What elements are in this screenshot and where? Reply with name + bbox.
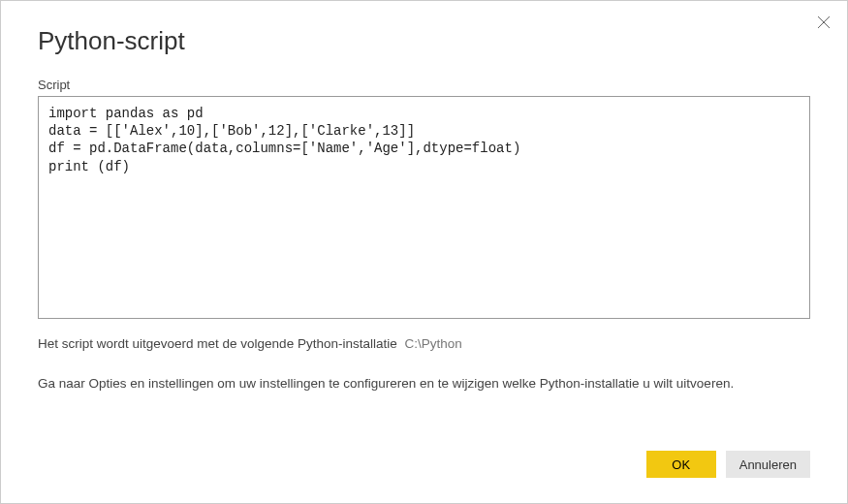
close-button[interactable] [814, 13, 833, 32]
close-icon [817, 16, 831, 29]
install-path: C:\Python [404, 336, 461, 351]
install-note: Het script wordt uitgevoerd met de volge… [38, 336, 810, 351]
options-note: Ga naar Opties en instellingen om uw ins… [38, 376, 810, 391]
cancel-button[interactable]: Annuleren [726, 451, 810, 478]
script-label: Script [38, 78, 810, 92]
install-note-text: Het script wordt uitgevoerd met de volge… [38, 336, 397, 351]
python-script-dialog: Python-script Script Het script wordt ui… [0, 0, 848, 504]
button-row: OK Annuleren [646, 451, 810, 478]
ok-button[interactable]: OK [646, 451, 716, 478]
dialog-title: Python-script [38, 26, 810, 56]
script-input[interactable] [38, 96, 810, 319]
